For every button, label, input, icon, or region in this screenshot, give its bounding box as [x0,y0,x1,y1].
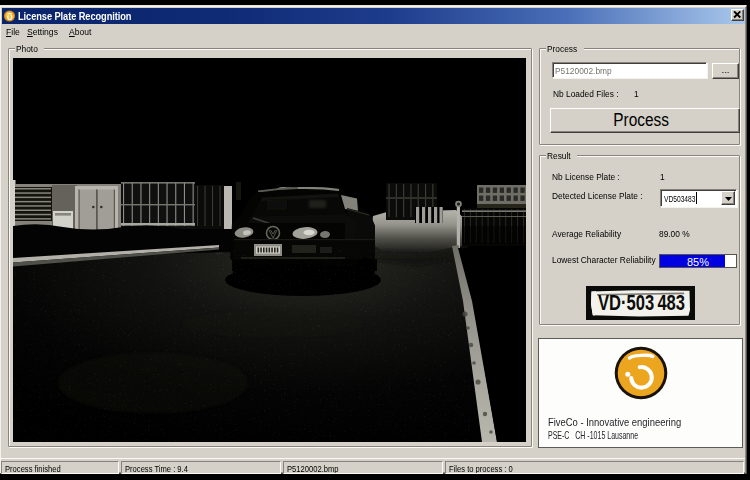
svg-text:VD·503 483: VD·503 483 [598,290,685,315]
